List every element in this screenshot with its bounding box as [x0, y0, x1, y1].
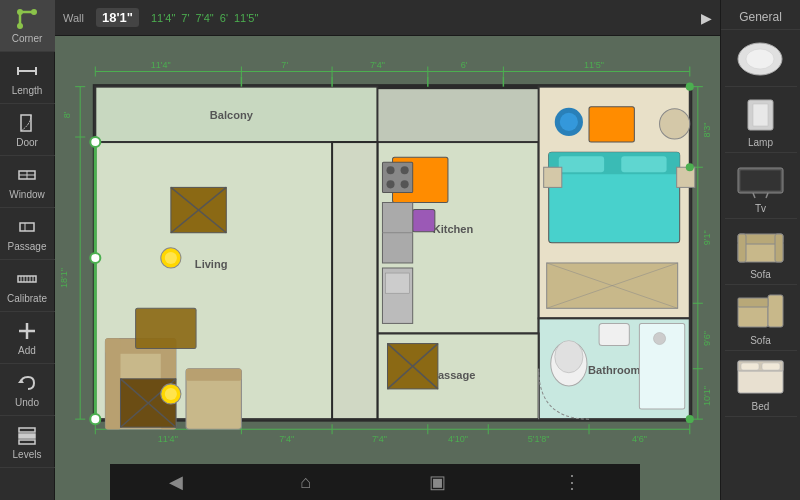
- tool-door[interactable]: Door: [0, 104, 55, 156]
- svg-rect-92: [186, 369, 241, 381]
- svg-rect-123: [544, 167, 562, 187]
- floor-plan-container[interactable]: 11'4" 7' 7'4" 6' 11'5" 8' 18'1": [55, 36, 720, 500]
- tool-passage[interactable]: Passage: [0, 208, 55, 260]
- window-label: Window: [9, 189, 45, 200]
- furniture-tv[interactable]: Tv: [725, 153, 797, 219]
- wall-value: 18'1": [96, 8, 139, 27]
- svg-point-140: [90, 414, 100, 424]
- passage-icon: [15, 215, 39, 239]
- tool-length[interactable]: Length: [0, 52, 55, 104]
- bottom-nav-bar: ◀ ⌂ ▣ ⋮: [110, 464, 640, 500]
- right-panel: General Lamp Tv: [720, 0, 800, 500]
- svg-text:11'5": 11'5": [584, 61, 604, 71]
- living-label: Living: [195, 258, 228, 270]
- svg-point-107: [386, 166, 394, 174]
- svg-text:8': 8': [62, 111, 72, 118]
- bed-preview: [731, 355, 791, 399]
- svg-rect-165: [741, 363, 759, 370]
- undo-label: Undo: [15, 397, 39, 408]
- svg-rect-162: [738, 298, 768, 307]
- svg-rect-160: [738, 305, 768, 327]
- svg-rect-23: [19, 440, 35, 444]
- svg-point-103: [165, 388, 177, 400]
- top-right-arrow: ▶: [701, 10, 712, 26]
- panel-header: General: [721, 5, 800, 30]
- top-bar: Wall 18'1" 11'4" 7' 7'4" 6' 11'5" ▶: [55, 0, 720, 36]
- balcony-label: Balcony: [210, 109, 254, 121]
- svg-text:18'1": 18'1": [59, 268, 69, 288]
- furniture-sofa2[interactable]: Sofa: [725, 285, 797, 351]
- svg-rect-114: [385, 273, 409, 293]
- undo-icon: [15, 371, 39, 395]
- home-button[interactable]: ⌂: [280, 468, 331, 497]
- svg-rect-117: [589, 107, 634, 142]
- dim-0: 11'4": [151, 12, 175, 24]
- left-toolbar: Corner Length Door Wind: [0, 0, 55, 500]
- svg-line-154: [753, 193, 755, 198]
- back-button[interactable]: ◀: [149, 467, 203, 497]
- tool-window[interactable]: Window: [0, 156, 55, 208]
- corner-icon: [15, 7, 39, 31]
- bathroom-label: Bathroom: [588, 364, 640, 376]
- levels-label: Levels: [13, 449, 42, 460]
- sofa1-label: Sofa: [750, 269, 771, 280]
- svg-point-1: [17, 9, 23, 15]
- passage-label: Passage: [8, 241, 47, 252]
- length-icon: [15, 59, 39, 83]
- calibrate-label: Calibrate: [7, 293, 47, 304]
- dim-3: 6': [220, 12, 228, 24]
- svg-text:7'4": 7'4": [370, 61, 385, 71]
- lamp-preview: [731, 91, 791, 135]
- tool-undo[interactable]: Undo: [0, 364, 55, 416]
- furniture-general[interactable]: [725, 34, 797, 87]
- tv-label: Tv: [755, 203, 766, 214]
- dim-4: 11'5": [234, 12, 258, 24]
- svg-point-0: [17, 23, 23, 29]
- svg-rect-122: [621, 156, 666, 172]
- tool-levels[interactable]: Levels: [0, 416, 55, 468]
- svg-rect-106: [382, 162, 412, 192]
- calibrate-icon: [15, 267, 39, 291]
- floor-plan-svg: 11'4" 7' 7'4" 6' 11'5" 8' 18'1": [55, 36, 720, 500]
- svg-point-149: [746, 49, 774, 69]
- main-area: Wall 18'1" 11'4" 7' 7'4" 6' 11'5" ▶ 11'4…: [55, 0, 720, 500]
- door-icon: [15, 111, 39, 135]
- svg-point-108: [401, 166, 409, 174]
- svg-text:5'1'8": 5'1'8": [528, 434, 550, 444]
- tool-add[interactable]: Add: [0, 312, 55, 364]
- furniture-sofa1[interactable]: Sofa: [725, 219, 797, 285]
- length-label: Length: [12, 85, 43, 96]
- svg-rect-159: [775, 234, 783, 262]
- svg-rect-153: [740, 170, 781, 191]
- furniture-bed[interactable]: Bed: [725, 351, 797, 417]
- wall-label: Wall: [63, 12, 84, 24]
- corner-label: Corner: [12, 33, 43, 44]
- recent-button[interactable]: ▣: [409, 467, 466, 497]
- furniture-lamp[interactable]: Lamp: [725, 87, 797, 153]
- svg-text:7': 7': [281, 61, 288, 71]
- svg-rect-161: [768, 295, 783, 327]
- svg-point-147: [686, 415, 694, 423]
- door-label: Door: [16, 137, 38, 148]
- svg-rect-158: [738, 234, 746, 262]
- svg-rect-10: [20, 223, 34, 231]
- svg-rect-151: [753, 104, 768, 126]
- lamp-label: Lamp: [748, 137, 773, 148]
- svg-rect-6: [21, 115, 31, 131]
- dim-2: 7'4": [196, 12, 214, 24]
- tool-calibrate[interactable]: Calibrate: [0, 260, 55, 312]
- tool-corner[interactable]: Corner: [0, 0, 55, 52]
- menu-button[interactable]: ⋮: [543, 467, 601, 497]
- svg-point-116: [560, 113, 578, 131]
- svg-text:7'4": 7'4": [372, 434, 387, 444]
- svg-rect-105: [413, 210, 435, 232]
- svg-point-118: [660, 109, 690, 139]
- svg-point-129: [555, 341, 583, 373]
- svg-text:4'10": 4'10": [448, 434, 468, 444]
- svg-text:4'6": 4'6": [632, 434, 647, 444]
- svg-text:11'4": 11'4": [151, 61, 171, 71]
- svg-point-139: [90, 253, 100, 263]
- add-icon: [15, 319, 39, 343]
- window-icon: [15, 163, 39, 187]
- svg-text:9'6": 9'6": [702, 331, 712, 346]
